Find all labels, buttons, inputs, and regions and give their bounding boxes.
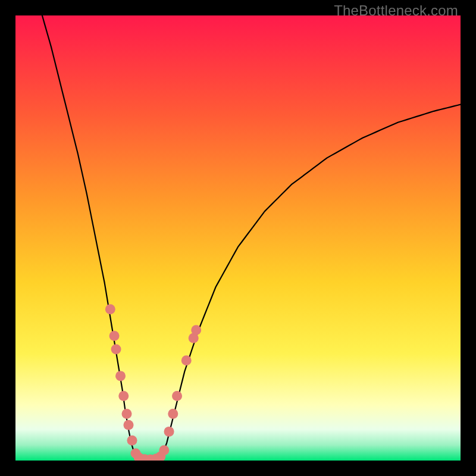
data-marker — [164, 427, 174, 437]
data-marker — [127, 436, 137, 446]
chart-svg — [15, 15, 461, 461]
data-marker — [181, 355, 192, 365]
data-marker — [109, 331, 120, 341]
data-marker — [115, 371, 126, 381]
data-marker — [172, 391, 182, 401]
data-marker — [105, 304, 115, 314]
data-marker — [118, 391, 129, 401]
data-marker — [111, 345, 121, 355]
data-marker — [159, 445, 169, 455]
data-marker — [122, 409, 132, 419]
data-marker — [168, 409, 178, 419]
data-marker — [123, 420, 133, 430]
chart-background-gradient — [15, 15, 461, 461]
chart-frame — [15, 15, 461, 461]
data-marker — [191, 325, 201, 335]
